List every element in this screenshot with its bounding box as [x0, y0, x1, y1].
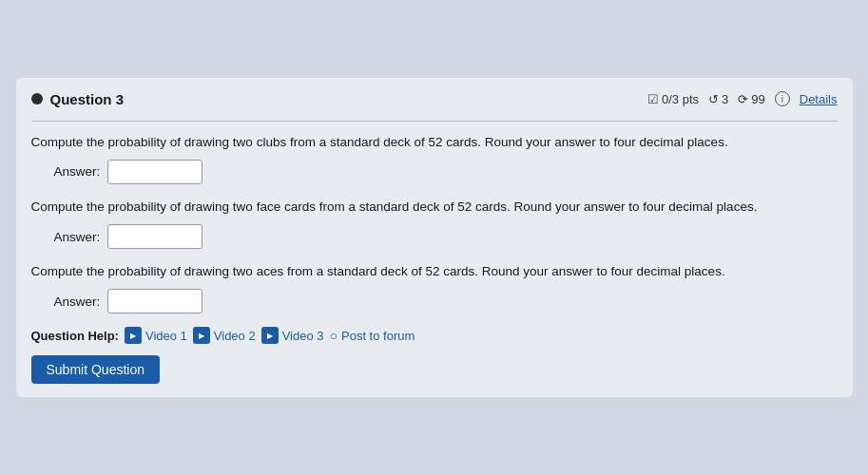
play-icon-1: ▶ [125, 327, 142, 344]
details-label[interactable]: Details [800, 92, 838, 106]
video-2-link[interactable]: ▶ Video 2 [193, 327, 256, 344]
sub-question-3-text: Compute the probability of drawing two a… [31, 262, 838, 281]
answer-input-3[interactable] [107, 289, 203, 314]
question-help: Question Help: ▶ Video 1 ▶ Video 2 ▶ Vid… [31, 327, 838, 344]
refresh-item: ⟳ 99 [738, 92, 764, 106]
answer-row-2: Answer: [54, 224, 838, 249]
sub-question-2-text: Compute the probability of drawing two f… [31, 198, 838, 217]
play-icon-2: ▶ [193, 327, 210, 344]
info-icon[interactable]: i [775, 91, 790, 106]
pts-item: ☑ 0/3 pts [647, 92, 699, 106]
pts-text: 0/3 pts [662, 92, 699, 106]
video-3-link[interactable]: ▶ Video 3 [261, 327, 324, 344]
forum-icon: ○ [330, 328, 338, 343]
answer-row-1: Answer: [54, 160, 838, 184]
refresh-icon: ⟳ [738, 92, 748, 106]
answer-label-2: Answer: [54, 230, 101, 244]
answer-input-2[interactable] [107, 224, 203, 249]
video-1-label: Video 1 [145, 329, 187, 343]
video-1-link[interactable]: ▶ Video 1 [125, 327, 187, 344]
question-header: Question 3 ☑ 0/3 pts ↺ 3 ⟳ 99 i Details [31, 91, 838, 107]
question-card: Question 3 ☑ 0/3 pts ↺ 3 ⟳ 99 i Details … [16, 78, 853, 398]
sub-question-3: Compute the probability of drawing two a… [31, 262, 838, 314]
redo-icon: ↺ [708, 92, 719, 106]
sub-question-1-text: Compute the probability of drawing two c… [31, 133, 838, 152]
submit-button[interactable]: Submit Question [31, 355, 161, 384]
answer-row-3: Answer: [54, 289, 838, 314]
play-icon-3: ▶ [261, 327, 279, 344]
refresh-count: 99 [751, 92, 764, 106]
video-2-label: Video 2 [214, 329, 256, 343]
redo-count: 3 [722, 92, 728, 106]
answer-input-1[interactable] [107, 160, 203, 184]
answer-label-1: Answer: [54, 164, 101, 179]
question-dot [31, 93, 43, 104]
pts-check-icon: ☑ [647, 92, 659, 106]
question-title: Question 3 [50, 91, 125, 107]
header-divider [31, 121, 838, 122]
question-title-area: Question 3 [31, 91, 125, 107]
redo-item: ↺ 3 [708, 92, 728, 106]
answer-label-3: Answer: [54, 294, 101, 309]
post-to-forum-link[interactable]: ○ Post to forum [330, 328, 415, 343]
question-help-label: Question Help: [31, 329, 119, 343]
forum-label: Post to forum [341, 329, 415, 343]
sub-question-2: Compute the probability of drawing two f… [31, 198, 838, 249]
video-3-label: Video 3 [282, 329, 324, 343]
sub-question-1: Compute the probability of drawing two c… [31, 133, 838, 184]
question-meta: ☑ 0/3 pts ↺ 3 ⟳ 99 i Details [647, 91, 837, 106]
